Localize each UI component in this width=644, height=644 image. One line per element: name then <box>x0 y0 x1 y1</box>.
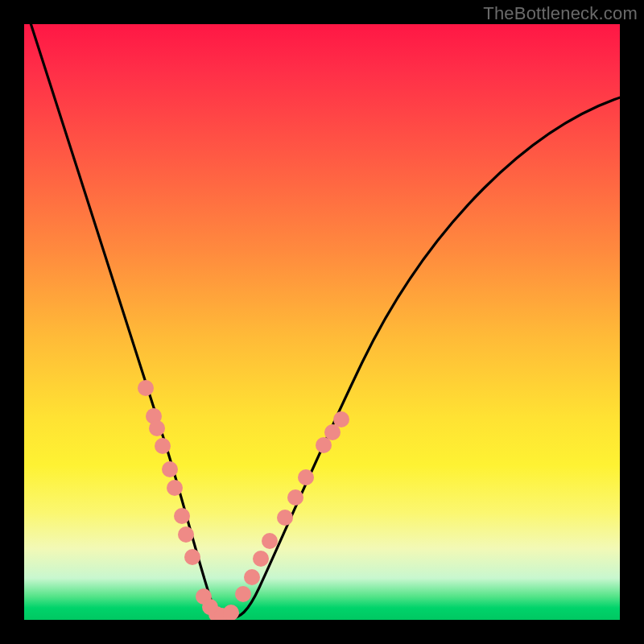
svg-point-3 <box>155 438 171 454</box>
svg-point-6 <box>174 508 190 524</box>
svg-point-2 <box>149 420 165 436</box>
svg-point-16 <box>253 551 269 567</box>
svg-point-0 <box>138 380 154 396</box>
plot-area <box>24 24 620 620</box>
svg-point-7 <box>178 526 194 543</box>
bottleneck-curve <box>26 24 620 618</box>
chart-stage: TheBottleneck.com <box>0 0 644 644</box>
svg-point-19 <box>287 489 303 506</box>
svg-point-20 <box>298 469 314 485</box>
svg-point-18 <box>277 510 293 526</box>
highlight-dots <box>138 380 349 620</box>
svg-point-4 <box>162 461 178 477</box>
svg-point-5 <box>167 480 183 496</box>
svg-point-23 <box>333 411 349 427</box>
svg-point-8 <box>184 549 200 565</box>
curve-layer <box>24 24 620 620</box>
svg-point-13 <box>223 605 239 620</box>
svg-point-15 <box>244 569 260 585</box>
svg-point-17 <box>262 533 278 549</box>
watermark-text: TheBottleneck.com <box>483 3 638 24</box>
svg-point-14 <box>235 586 251 602</box>
